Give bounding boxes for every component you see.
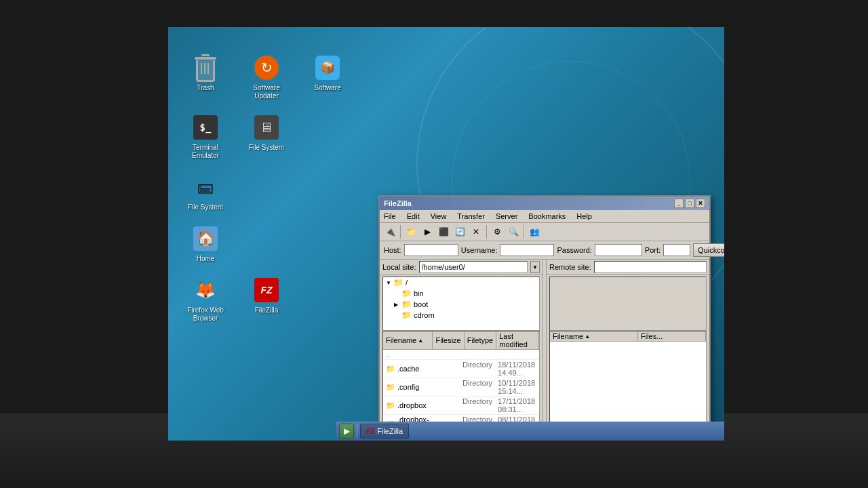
- home-label: Home: [197, 255, 215, 263]
- port-input[interactable]: [663, 244, 690, 256]
- desktop-icon-trash[interactable]: Trash: [182, 54, 229, 100]
- local-panel-header: Local site: ▼: [380, 260, 542, 275]
- host-input[interactable]: [404, 244, 458, 256]
- toolbar-open-manager[interactable]: 📁: [403, 224, 418, 239]
- folder-icon-boot: 📁: [401, 300, 412, 309]
- desktop-icon-filezilla[interactable]: FZ FileZilla: [243, 277, 290, 323]
- sysinfo-icon: 🖥: [253, 114, 280, 141]
- tree-label-boot: boot: [414, 300, 428, 308]
- col-header-filename[interactable]: Filename ▲: [383, 331, 433, 349]
- file-row-dropbox[interactable]: 📁 .dropbox Directory 17/11/2018 08:31...: [383, 396, 539, 415]
- tree-item-root[interactable]: ▼ 📁 /: [383, 277, 539, 288]
- terminal-icon: $_: [192, 114, 219, 141]
- menu-server[interactable]: Server: [494, 211, 519, 221]
- menu-transfer[interactable]: Transfer: [456, 211, 486, 221]
- start-button[interactable]: ▶: [339, 424, 354, 439]
- desktop-icon-filesystem[interactable]: 🖴 File System: [182, 174, 229, 211]
- tree-arrow-boot: ▶: [394, 302, 399, 308]
- tree-item-bin[interactable]: 📁 bin: [383, 288, 539, 299]
- desktop-icon-home[interactable]: 🏠 Home: [182, 225, 229, 263]
- tree-label-cdrom: cdrom: [414, 311, 435, 319]
- menu-edit[interactable]: Edit: [406, 211, 421, 221]
- desktop-icon-firefox[interactable]: 🦊 Firefox WebBrowser: [182, 277, 229, 323]
- taskbar-item-filezilla[interactable]: FZ FileZilla: [360, 424, 409, 439]
- desktop-icon-row-2: $_ TerminalEmulator 🖥 File System: [182, 114, 351, 160]
- filezilla-connect-bar: Host: Username: Password: Port: Quickcon…: [380, 241, 709, 260]
- toolbar-separator-2: [486, 225, 487, 239]
- filezilla-taskbar-icon: FZ: [366, 428, 374, 435]
- menu-file[interactable]: File: [382, 211, 397, 221]
- toolbar-cancel[interactable]: ✕: [469, 224, 484, 239]
- desktop-icon-software[interactable]: 📦 Software: [304, 54, 351, 100]
- desktop-icon-terminal[interactable]: $_ TerminalEmulator: [182, 114, 229, 160]
- toolbar-separator-3: [524, 225, 524, 239]
- desktop-icon-row-4: 🏠 Home: [182, 225, 351, 263]
- menu-help[interactable]: Help: [575, 211, 593, 221]
- maximize-button[interactable]: □: [685, 199, 694, 208]
- folder-icon-root: 📁: [393, 278, 403, 287]
- desktop-icon-row-1: Trash ↻ SoftwareUpdater 📦 Software: [182, 54, 351, 100]
- quickconnect-button[interactable]: Quickconn...: [693, 243, 724, 257]
- folder-icon-cdrom: 📁: [401, 310, 412, 320]
- col-header-filetype[interactable]: Filetype: [465, 331, 497, 349]
- remote-col-header-filename[interactable]: Filename ▲: [550, 331, 638, 341]
- remote-col-header-files[interactable]: Files...: [638, 331, 706, 341]
- local-site-label: Local site:: [382, 263, 416, 271]
- laptop-top-bezel: [168, 0, 724, 27]
- host-label: Host:: [384, 246, 401, 254]
- toolbar-separator-1: [400, 225, 401, 239]
- filezilla-window: FileZilla _ □ ✕ File Edit View Transfer …: [378, 195, 711, 441]
- sysinfo-label: File System: [249, 144, 284, 152]
- desktop-icon-sysinfo[interactable]: 🖥 File System: [243, 114, 290, 160]
- filezilla-title: FileZilla: [384, 199, 412, 207]
- toolbar-new-connection[interactable]: 🔌: [382, 224, 397, 239]
- filezilla-panels: Local site: ▼ ▼ 📁 / 📁 bin: [380, 260, 709, 441]
- toolbar-stop[interactable]: ⬛: [436, 224, 451, 239]
- close-button[interactable]: ✕: [696, 199, 705, 208]
- password-input[interactable]: [595, 244, 642, 256]
- username-label: Username:: [461, 246, 498, 254]
- desktop-icon-software-updater[interactable]: ↻ SoftwareUpdater: [243, 54, 290, 100]
- tree-item-boot[interactable]: ▶ 📁 boot: [383, 299, 539, 310]
- menu-view[interactable]: View: [429, 211, 448, 221]
- software-updater-icon: ↻: [253, 54, 280, 81]
- desktop-icon-row-5: 🦊 Firefox WebBrowser FZ FileZilla: [182, 277, 351, 323]
- col-header-lastmodified[interactable]: Last modified: [496, 331, 539, 349]
- software-updater-label: SoftwareUpdater: [253, 84, 279, 100]
- remote-panel-header: Remote site:: [547, 260, 709, 275]
- filezilla-icon: FZ: [253, 277, 280, 304]
- local-path-input[interactable]: [419, 261, 528, 273]
- username-input[interactable]: [500, 244, 554, 256]
- remote-panel: Remote site: Filename ▲ Files...: [547, 260, 709, 441]
- toolbar-search[interactable]: 🔍: [506, 224, 521, 239]
- remote-site-label: Remote site:: [549, 263, 591, 271]
- folder-icon-dropbox: 📁: [386, 401, 395, 410]
- tree-item-cdrom[interactable]: 📁 cdrom: [383, 310, 539, 321]
- tree-arrow-root: ▼: [386, 280, 391, 286]
- remote-path-input[interactable]: [594, 261, 707, 273]
- minimize-button[interactable]: _: [674, 199, 684, 208]
- menu-bookmarks[interactable]: Bookmarks: [527, 211, 567, 221]
- file-row-up[interactable]: ..: [383, 350, 539, 360]
- port-label: Port:: [645, 246, 660, 254]
- local-directory-tree[interactable]: ▼ 📁 / 📁 bin ▶ 📁 boot: [382, 277, 540, 331]
- filesystem-icon: 🖴: [192, 174, 219, 201]
- file-row-cache[interactable]: 📁 .cache Directory 18/11/2018 14:49...: [383, 360, 539, 378]
- firefox-icon: 🦊: [192, 277, 219, 304]
- folder-icon-config: 📁: [386, 383, 395, 392]
- filezilla-window-controls: _ □ ✕: [674, 199, 705, 208]
- toolbar-reconnect[interactable]: 🔄: [452, 224, 467, 239]
- filezilla-title-bar: FileZilla _ □ ✕: [380, 197, 709, 210]
- col-header-filesize[interactable]: Filesize: [433, 331, 464, 349]
- trash-icon: [192, 54, 219, 81]
- local-panel: Local site: ▼ ▼ 📁 / 📁 bin: [380, 260, 542, 441]
- desktop-icons-container: Trash ↻ SoftwareUpdater 📦 Software $_: [182, 54, 351, 323]
- toolbar-process-queue[interactable]: ▶: [420, 224, 435, 239]
- software-label: Software: [314, 84, 340, 92]
- desktop-screen: Trash ↻ SoftwareUpdater 📦 Software $_: [168, 27, 724, 441]
- toolbar-settings[interactable]: ⚙: [490, 224, 505, 239]
- file-row-config[interactable]: 📁 .config Directory 10/11/2018 15:14...: [383, 378, 539, 396]
- toolbar-compare[interactable]: 👥: [527, 224, 542, 239]
- folder-icon-cache: 📁: [386, 365, 395, 373]
- local-path-dropdown[interactable]: ▼: [530, 261, 540, 273]
